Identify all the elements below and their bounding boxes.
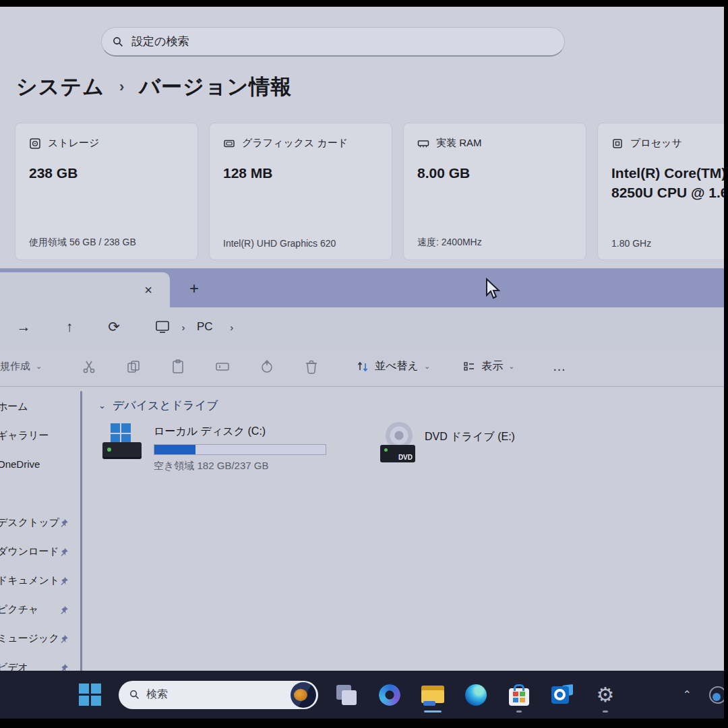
disk-usage-bar	[154, 444, 326, 455]
explorer-sidebar: ホーム ギャラリー OneDrive デスクトップ ダウンロード ドキュメント …	[0, 387, 80, 677]
dvd-drive-icon: DVD	[373, 422, 415, 464]
sidebar-item-desktop[interactable]: デスクトップ	[0, 516, 85, 529]
network-tray-icon[interactable]	[709, 686, 724, 704]
sidebar-item-onedrive[interactable]: OneDrive	[0, 458, 85, 470]
chevron-down-icon: ⌄	[424, 362, 430, 371]
search-icon	[129, 690, 140, 700]
start-button[interactable]	[75, 676, 105, 714]
sidebar-item-home[interactable]: ホーム	[0, 400, 85, 413]
settings-window: 設定の検索 システム › バージョン情報 ストレージ 238 GB 使用領域 5…	[0, 7, 724, 268]
breadcrumb-separator: ›	[119, 78, 124, 96]
copilot-button[interactable]	[375, 676, 404, 714]
copy-icon[interactable]	[125, 359, 142, 375]
drive-local-disk-c[interactable]: ローカル ディスク (C:) 空き領域 182 GB/237 GB	[102, 422, 326, 473]
active-app-indicator	[424, 710, 442, 712]
paste-icon[interactable]	[170, 359, 186, 375]
pin-icon	[59, 518, 69, 528]
explorer-body: ホーム ギャラリー OneDrive デスクトップ ダウンロード ドキュメント …	[0, 387, 724, 677]
view-icon	[462, 360, 476, 373]
card-label: プロセッサ	[630, 137, 682, 150]
sidebar-item-music[interactable]: ミュージック	[0, 632, 85, 645]
breadcrumb: システム › バージョン情報	[16, 73, 292, 101]
explorer-tab-bar: × +	[0, 268, 724, 307]
this-pc-icon	[155, 320, 170, 334]
share-icon[interactable]	[259, 359, 275, 375]
card-value: 128 MB	[223, 163, 378, 183]
explorer-toolbar: 規作成 ⌄	[0, 346, 724, 387]
card-label: ストレージ	[48, 137, 99, 150]
explorer-tab[interactable]: ×	[0, 272, 170, 307]
new-tab-button[interactable]: +	[183, 278, 205, 299]
more-options-button[interactable]: …	[552, 359, 567, 374]
storage-icon	[29, 138, 41, 150]
taskbar: 検索	[0, 671, 724, 719]
chevron-down-icon: ⌄	[98, 400, 106, 411]
edge-button[interactable]	[461, 676, 491, 714]
gear-icon: ⚙	[597, 685, 615, 705]
gpu-icon	[223, 138, 235, 150]
card-label: グラフィックス カード	[242, 137, 348, 150]
outlook-button[interactable]	[547, 676, 577, 714]
local-disk-icon	[102, 422, 144, 464]
drive-dvd-e[interactable]: DVD DVD ドライブ (E:)	[373, 422, 515, 473]
card-storage[interactable]: ストレージ 238 GB 使用領域 56 GB / 238 GB	[15, 123, 198, 260]
drive-name: ローカル ディスク (C:)	[154, 425, 326, 439]
explorer-nav-bar: → ↑ ⟳ › PC ›	[0, 307, 724, 346]
sidebar-item-documents[interactable]: ドキュメント	[0, 574, 85, 587]
card-processor[interactable]: プロセッサ Intel(R) Core(TM) i5-8250U CPU @ 1…	[597, 123, 724, 260]
file-explorer-icon	[421, 686, 444, 704]
open-app-indicator	[603, 710, 608, 712]
task-view-button[interactable]	[332, 676, 361, 714]
settings-search-input[interactable]: 設定の検索	[101, 27, 565, 57]
drive-name: DVD ドライブ (E:)	[425, 430, 515, 473]
card-graphics[interactable]: グラフィックス カード 128 MB Intel(R) UHD Graphics…	[209, 123, 392, 260]
tray-chevron-up-icon[interactable]: ⌃	[683, 688, 692, 701]
up-icon[interactable]: ↑	[47, 319, 92, 335]
sidebar-item-pictures[interactable]: ピクチャ	[0, 603, 85, 616]
taskbar-search-label: 検索	[146, 688, 284, 702]
store-icon	[509, 688, 529, 706]
pin-icon	[59, 634, 69, 644]
disk-free-space: 空き領域 182 GB/237 GB	[154, 460, 326, 473]
taskbar-search-input[interactable]: 検索	[119, 681, 318, 709]
rename-icon[interactable]	[214, 359, 231, 375]
delete-icon[interactable]	[303, 359, 320, 375]
refresh-icon[interactable]: ⟳	[92, 319, 136, 335]
breadcrumb-about: バージョン情報	[139, 73, 292, 101]
forward-icon[interactable]: →	[0, 319, 47, 335]
breadcrumb-system[interactable]: システム	[16, 73, 104, 101]
section-devices-and-drives[interactable]: ⌄ デバイスとドライブ	[98, 398, 724, 413]
cut-icon[interactable]	[81, 359, 97, 375]
explorer-content: ⌄ デバイスとドライブ ローカル ディスク (C:)	[89, 387, 724, 677]
sidebar-scrollbar[interactable]	[80, 391, 82, 675]
breadcrumb-chevron: ›	[170, 322, 197, 333]
section-title: デバイスとドライブ	[113, 398, 218, 413]
sidebar-item-gallery[interactable]: ギャラリー	[0, 429, 85, 442]
chevron-down-icon: ⌄	[36, 362, 42, 371]
task-view-icon	[336, 685, 357, 705]
open-app-indicator	[516, 710, 522, 712]
chevron-down-icon: ⌄	[508, 362, 514, 371]
tab-close-icon[interactable]: ×	[139, 280, 158, 299]
microsoft-store-button[interactable]	[504, 676, 534, 714]
card-value: 238 GB	[29, 163, 184, 183]
settings-button[interactable]: ⚙	[590, 676, 620, 714]
sidebar-item-downloads[interactable]: ダウンロード	[0, 545, 85, 558]
screen: 設定の検索 システム › バージョン情報 ストレージ 238 GB 使用領域 5…	[0, 7, 724, 719]
card-ram[interactable]: 実装 RAM 8.00 GB 速度: 2400MHz	[403, 123, 586, 260]
search-highlight-image[interactable]	[291, 682, 316, 708]
sort-button[interactable]: 並べ替え ⌄	[356, 359, 430, 373]
cpu-icon	[611, 138, 624, 150]
card-value: 8.00 GB	[417, 163, 572, 183]
outlook-icon	[551, 685, 573, 705]
new-item-button[interactable]: 規作成 ⌄	[0, 360, 42, 373]
file-explorer-button[interactable]	[418, 676, 448, 714]
spec-cards: ストレージ 238 GB 使用領域 56 GB / 238 GB グラフィックス…	[15, 123, 724, 260]
card-detail: 使用領域 56 GB / 238 GB	[29, 237, 136, 249]
pin-icon	[59, 576, 69, 586]
pin-icon	[59, 547, 69, 557]
view-button[interactable]: 表示 ⌄	[462, 359, 514, 373]
address-pc[interactable]: PC	[197, 320, 213, 334]
search-icon	[113, 36, 123, 47]
settings-search-text: 設定の検索	[131, 34, 189, 49]
